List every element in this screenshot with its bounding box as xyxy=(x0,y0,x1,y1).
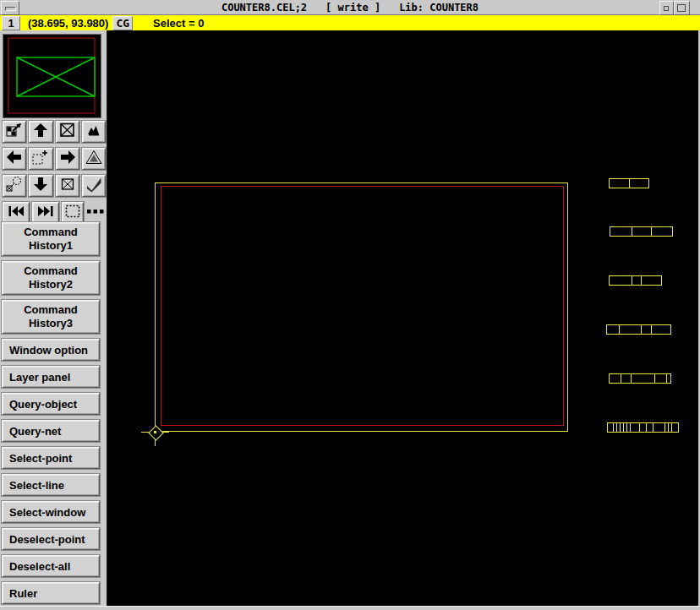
next-view-button[interactable] xyxy=(32,202,59,224)
cell-inner-boundary-rect xyxy=(161,186,564,426)
sidebar-button-query-object[interactable]: Query-object xyxy=(2,393,100,415)
pin-bar-divider xyxy=(664,423,665,432)
sidebar-button-layer-panel[interactable]: Layer panel xyxy=(2,366,100,388)
title-library: Lib: COUNTER8 xyxy=(399,2,479,14)
pan-down-icon xyxy=(31,176,50,196)
peaks-button[interactable] xyxy=(82,121,106,143)
mode-flags-badge: CG xyxy=(112,16,133,30)
selection-count: Select = 0 xyxy=(153,17,204,30)
check-fill-button[interactable] xyxy=(82,175,106,197)
pin-bar-divider xyxy=(623,423,624,432)
pan-left-button[interactable] xyxy=(3,148,26,170)
toolbar-row xyxy=(3,202,106,224)
toolbar-row xyxy=(3,121,106,143)
toolbar-row xyxy=(3,148,106,170)
check-fill-icon xyxy=(85,176,103,196)
fit-view-small-icon xyxy=(58,176,77,196)
maximize-button[interactable] xyxy=(674,1,690,15)
pin-bar-divider xyxy=(626,423,627,432)
pin-bar-divider xyxy=(668,423,669,432)
measure-icon xyxy=(5,176,24,196)
title-bar: COUNTER8.CEL;2 [ write ] Lib: COUNTER8 xyxy=(0,0,700,15)
window-title: COUNTER8.CEL;2 [ write ] Lib: COUNTER8 xyxy=(0,0,700,14)
window-frame-bottom xyxy=(0,606,700,610)
pan-right-button[interactable] xyxy=(56,148,79,170)
pin-bar xyxy=(609,178,649,188)
sidebar-button-select-line[interactable]: Select-line xyxy=(2,474,100,496)
zoom-area-icon xyxy=(31,149,50,169)
pin-bar xyxy=(607,422,679,433)
pin-bar xyxy=(610,226,673,237)
pan-left-icon xyxy=(5,149,24,169)
pin-bar-divider xyxy=(653,423,654,432)
layers-triangle-button[interactable] xyxy=(82,148,106,170)
sidebar-button-deselect-all[interactable]: Deselect-all xyxy=(2,555,100,577)
title-write-mode: [ write ] xyxy=(325,2,380,14)
pan-up-icon xyxy=(31,122,50,142)
pin-bar-divider xyxy=(654,374,655,383)
pin-bar-divider xyxy=(651,227,652,236)
sidebar-button-window-option[interactable]: Window option xyxy=(2,339,100,361)
view-number-badge: 1 xyxy=(2,16,20,30)
sidebar-button-ruler[interactable]: Ruler xyxy=(2,582,100,604)
pin-bar-divider xyxy=(632,276,632,285)
cell-overview-panel[interactable] xyxy=(3,34,101,118)
zoom-paint-button[interactable] xyxy=(3,121,26,143)
toolbar-grid xyxy=(3,121,106,229)
pin-bar-divider xyxy=(620,423,621,432)
pin-bar-divider xyxy=(613,423,614,432)
pin-bar-divider xyxy=(639,423,640,432)
measure-button[interactable] xyxy=(3,175,26,197)
fit-view-button[interactable] xyxy=(56,121,79,143)
more-options-button[interactable] xyxy=(86,203,106,223)
pin-bar-divider xyxy=(651,325,652,334)
sidebar-button-list: Command History1Command History2Command … xyxy=(2,222,103,609)
pin-bar-divider xyxy=(630,423,631,432)
pin-bar-divider xyxy=(616,423,617,432)
pin-bar-divider xyxy=(629,179,630,188)
pin-bar-divider xyxy=(646,423,647,432)
pin-bar-divider xyxy=(666,374,667,383)
pin-bar xyxy=(609,275,662,286)
origin-marker-center xyxy=(154,431,156,433)
minimize-button[interactable] xyxy=(659,1,674,15)
sidebar-button-select-point[interactable]: Select-point xyxy=(2,447,100,469)
pin-bar xyxy=(606,324,671,335)
pin-bar-divider xyxy=(621,374,621,383)
select-box-icon xyxy=(63,203,82,223)
layout-canvas[interactable] xyxy=(107,30,698,607)
pin-bar-divider xyxy=(671,423,672,432)
prev-view-icon xyxy=(7,203,25,223)
status-bar: 1 (38.695, 93.980) CG Select = 0 xyxy=(0,15,700,31)
pan-down-button[interactable] xyxy=(29,175,52,197)
cursor-coordinates: (38.695, 93.980) xyxy=(28,17,108,30)
sidebar-button-command-history1[interactable]: Command History1 xyxy=(2,222,100,256)
zoom-paint-icon xyxy=(5,122,24,142)
sidebar-button-command-history3[interactable]: Command History3 xyxy=(2,300,100,334)
sidebar-button-select-window[interactable]: Select-window xyxy=(2,501,100,523)
toolbar-row xyxy=(3,175,106,197)
select-box-button[interactable] xyxy=(62,202,83,224)
pin-bar xyxy=(609,373,671,384)
title-cell-name: COUNTER8.CEL;2 xyxy=(221,2,307,14)
peaks-icon xyxy=(85,122,103,142)
pin-bar-divider xyxy=(641,325,642,334)
pan-right-icon xyxy=(58,149,77,169)
prev-view-button[interactable] xyxy=(3,202,30,224)
fit-view-small-button[interactable] xyxy=(56,175,79,197)
pin-bar-divider xyxy=(619,325,620,334)
sidebar-button-query-net[interactable]: Query-net xyxy=(2,420,100,442)
sidebar-button-deselect-point[interactable]: Deselect-point xyxy=(2,528,100,550)
pin-bar-divider xyxy=(631,374,632,383)
pin-bar-divider xyxy=(641,276,642,285)
sidebar: Command History1Command History2Command … xyxy=(0,30,107,607)
pan-up-button[interactable] xyxy=(29,121,52,143)
next-view-icon xyxy=(36,203,55,223)
layers-triangle-icon xyxy=(85,149,103,169)
pin-bar-divider xyxy=(632,227,632,236)
sidebar-button-command-history2[interactable]: Command History2 xyxy=(2,261,100,295)
zoom-area-button[interactable] xyxy=(29,148,52,170)
cell-overview-graphic xyxy=(3,35,101,117)
fit-view-icon xyxy=(58,122,77,142)
more-dots-icon xyxy=(86,203,105,223)
